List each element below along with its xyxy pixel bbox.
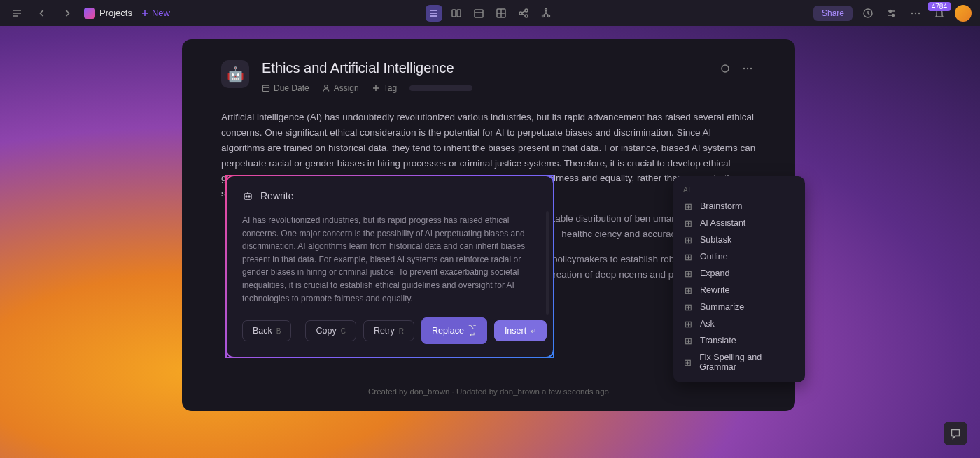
new-button[interactable]: New xyxy=(141,8,170,18)
rewrite-panel-title: Rewrite xyxy=(260,190,293,201)
view-list-icon[interactable] xyxy=(426,5,442,22)
tag-button[interactable]: Tag xyxy=(372,83,397,93)
settings-toggle-icon[interactable] xyxy=(883,5,900,22)
topbar: Projects New Share xyxy=(0,0,980,26)
svg-point-12 xyxy=(892,14,895,16)
ai-menu-translate[interactable]: ⊞Translate xyxy=(673,332,805,349)
svg-point-5 xyxy=(525,9,528,12)
robot-icon: ⊞ xyxy=(683,319,693,329)
back-button[interactable]: Back B xyxy=(242,320,291,341)
svg-point-18 xyxy=(722,65,729,72)
rewrite-output: AI has revolutionized industries, but it… xyxy=(242,214,538,305)
robot-icon: ⊞ xyxy=(683,252,693,262)
svg-point-19 xyxy=(743,68,745,69)
svg-point-13 xyxy=(911,12,913,13)
ai-menu-fix-spelling[interactable]: ⊞Fix Spelling and Grammar xyxy=(673,349,805,375)
ai-menu-outline[interactable]: ⊞Outline xyxy=(673,248,805,265)
insert-button[interactable]: Insert ↵ xyxy=(494,320,547,341)
meta-placeholder xyxy=(410,85,472,91)
ai-menu-rewrite[interactable]: ⊞Rewrite xyxy=(673,282,805,299)
projects-breadcrumb[interactable]: Projects xyxy=(84,8,132,19)
share-graph-icon[interactable] xyxy=(515,5,532,22)
notifications-button[interactable]: 4784 xyxy=(931,5,948,22)
ai-menu: AI ⊞Brainstorm ⊞AI Assistant ⊞Subtask ⊞O… xyxy=(673,176,805,382)
ai-menu-expand[interactable]: ⊞Expand xyxy=(673,265,805,282)
view-calendar-icon[interactable] xyxy=(470,5,487,22)
robot-icon: ⊞ xyxy=(683,235,693,245)
robot-icon: ⊞ xyxy=(683,201,693,211)
document-title[interactable]: Ethics and Artificial Intelligence xyxy=(262,60,704,76)
svg-rect-1 xyxy=(457,10,461,17)
new-label: New xyxy=(152,8,170,18)
svg-rect-2 xyxy=(475,10,483,17)
robot-icon: ⊞ xyxy=(683,336,693,345)
ai-menu-header: AI xyxy=(673,183,805,198)
robot-icon: ⊞ xyxy=(683,218,693,228)
notification-badge: 4784 xyxy=(928,2,951,11)
svg-point-6 xyxy=(525,15,528,17)
document-footer: Created by don_brown · Updated by don_br… xyxy=(182,387,795,396)
svg-point-20 xyxy=(747,68,748,69)
svg-point-11 xyxy=(890,10,892,12)
chat-fab[interactable] xyxy=(944,422,967,445)
doc-more-icon[interactable] xyxy=(739,60,756,77)
more-icon[interactable] xyxy=(907,5,924,22)
hierarchy-icon[interactable] xyxy=(538,5,554,22)
svg-point-15 xyxy=(918,12,920,13)
svg-point-23 xyxy=(246,196,247,197)
svg-point-17 xyxy=(324,85,328,89)
ai-menu-assistant[interactable]: ⊞AI Assistant xyxy=(673,215,805,231)
svg-point-21 xyxy=(750,68,752,69)
svg-point-24 xyxy=(248,196,250,197)
svg-point-14 xyxy=(915,12,916,13)
replace-button[interactable]: Replace ⌥ ↵ xyxy=(421,317,487,344)
forward-arrow-icon[interactable] xyxy=(59,5,76,22)
app-logo-icon xyxy=(84,8,95,19)
robot-icon: ⊞ xyxy=(683,302,693,312)
back-arrow-icon[interactable] xyxy=(34,5,50,22)
panel-scrollbar[interactable] xyxy=(546,211,549,315)
visibility-icon[interactable] xyxy=(717,60,734,77)
menu-icon[interactable] xyxy=(8,5,25,22)
robot-icon xyxy=(242,190,253,201)
document-emoji-icon[interactable]: 🤖 xyxy=(221,60,249,88)
robot-icon: ⊞ xyxy=(683,357,692,367)
robot-icon: ⊞ xyxy=(683,269,693,278)
ai-menu-brainstorm[interactable]: ⊞Brainstorm xyxy=(673,198,805,215)
copy-button[interactable]: Copy C xyxy=(305,320,356,341)
user-avatar[interactable] xyxy=(955,5,972,22)
share-button[interactable]: Share xyxy=(813,6,853,21)
svg-rect-16 xyxy=(263,85,270,91)
ai-menu-subtask[interactable]: ⊞Subtask xyxy=(673,231,805,248)
ai-menu-summarize[interactable]: ⊞Summarize xyxy=(673,299,805,315)
assign-button[interactable]: Assign xyxy=(322,83,359,93)
ai-menu-ask[interactable]: ⊞Ask xyxy=(673,315,805,332)
svg-point-7 xyxy=(545,8,547,10)
updates-icon[interactable] xyxy=(860,5,876,22)
svg-rect-0 xyxy=(452,10,456,17)
retry-button[interactable]: Retry R xyxy=(363,320,414,341)
view-board-icon[interactable] xyxy=(493,5,510,22)
svg-point-4 xyxy=(519,12,522,15)
due-date-button[interactable]: Due Date xyxy=(262,83,309,93)
rewrite-panel: Rewrite AI has revolutionized industries… xyxy=(225,175,554,358)
robot-icon: ⊞ xyxy=(683,285,693,295)
projects-label: Projects xyxy=(99,8,132,18)
view-columns-icon[interactable] xyxy=(448,5,465,22)
